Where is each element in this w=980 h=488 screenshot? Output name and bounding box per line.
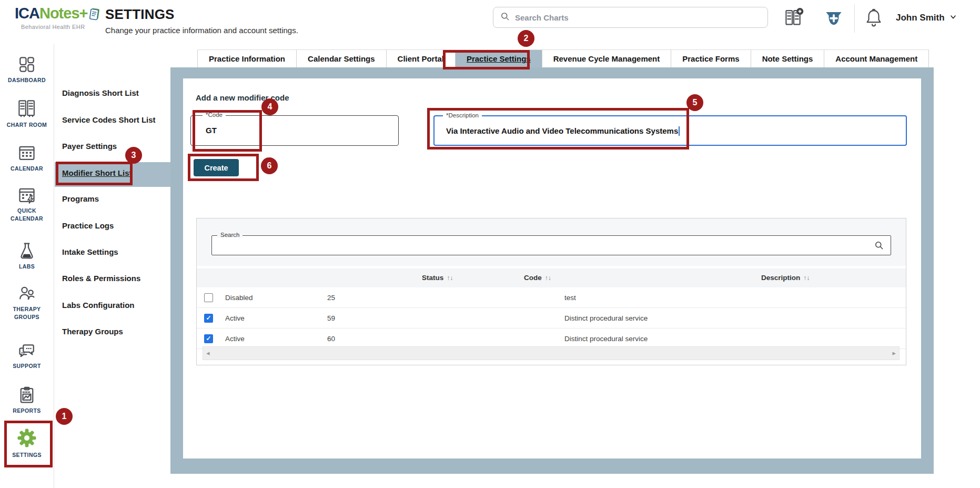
tab-practice-forms[interactable]: Practice Forms (671, 50, 751, 67)
table-search-label: Search (217, 232, 243, 238)
notifications-bell-icon[interactable] (864, 7, 884, 31)
logo-notes: Notes (39, 5, 79, 22)
table-search-input[interactable] (217, 238, 864, 253)
table-search-icon[interactable] (874, 240, 884, 253)
column-header-code[interactable]: Code↑↓ (524, 274, 551, 282)
menu-intake-settings[interactable]: Intake Settings (62, 247, 118, 256)
cell-description: Distinct procedural service (564, 335, 648, 343)
nav-label: CHART ROOM (0, 121, 54, 129)
table-header-row: Status↑↓ Code↑↓ Description↑↓ (197, 268, 906, 287)
cell-code: 25 (327, 294, 335, 302)
description-field-value: Via Interactive Audio and Video Telecomm… (446, 126, 680, 136)
row-checkbox[interactable]: ✓ (204, 314, 213, 323)
scroll-right-icon[interactable]: ▸ (892, 349, 896, 357)
checkmark: ✓ (205, 335, 213, 343)
page-title: SETTINGS (105, 6, 298, 23)
sort-icon[interactable]: ↑↓ (447, 274, 453, 282)
labs-flask-icon (17, 241, 36, 260)
cell-status: Disabled (225, 294, 253, 302)
menu-service-codes-short-list[interactable]: Service Codes Short List (62, 115, 156, 124)
reports-icon (17, 385, 36, 404)
cell-status: Active (225, 335, 245, 343)
description-header-label: Description (761, 274, 800, 282)
code-field-label: *Code (203, 112, 226, 118)
sort-icon[interactable]: ↑↓ (803, 274, 810, 282)
tab-practice-information[interactable]: Practice Information (197, 50, 297, 67)
nav-calendar[interactable]: CALENDAR (0, 143, 54, 173)
nav-settings[interactable]: SETTINGS (0, 427, 54, 459)
settings-menu (54, 44, 170, 488)
search-charts-input[interactable] (515, 13, 761, 22)
chart-room-icon (17, 98, 37, 118)
scroll-left-icon[interactable]: ◂ (206, 349, 210, 357)
nav-label: CALENDAR (0, 215, 54, 223)
nav-label: SUPPORT (0, 362, 54, 370)
tab-account-management[interactable]: Account Management (824, 50, 929, 67)
settings-tabbar: Practice Information Calendar Settings C… (197, 49, 929, 67)
dashboard-icon (17, 55, 36, 74)
quick-calendar-icon (17, 185, 36, 204)
search-charts-box[interactable] (493, 7, 768, 28)
status-header-label: Status (422, 274, 443, 282)
user-menu[interactable]: John Smith (896, 13, 957, 23)
nav-label: REPORTS (0, 407, 54, 415)
cell-code: 60 (327, 335, 335, 343)
nav-label: GROUPS (0, 313, 54, 321)
nav-chart-room[interactable]: CHART ROOM (0, 98, 54, 129)
column-header-status[interactable]: Status↑↓ (422, 274, 453, 282)
sort-icon[interactable]: ↑↓ (545, 274, 551, 282)
nav-labs[interactable]: LABS (0, 241, 54, 271)
tab-practice-settings[interactable]: Practice Settings (456, 50, 542, 67)
nav-reports[interactable]: REPORTS (0, 385, 54, 415)
table-search-field[interactable]: Search (211, 235, 891, 255)
chart-room-add-button[interactable] (784, 7, 804, 31)
cell-description: Distinct procedural service (564, 314, 648, 322)
nav-label: THERAPY (0, 305, 54, 313)
cell-status: Active (225, 314, 245, 322)
nav-support[interactable]: SUPPORT (0, 341, 54, 370)
tab-client-portal[interactable]: Client Portal (387, 50, 456, 67)
user-name: John Smith (896, 13, 945, 23)
menu-roles-permissions[interactable]: Roles & Permissions (62, 274, 140, 283)
text-caret (679, 126, 680, 136)
main-nav-sidebar: DASHBOARD CHART ROOM CALENDAR QUICK CALE… (0, 44, 54, 488)
nav-label: CALENDAR (0, 165, 54, 173)
cell-code: 59 (327, 314, 335, 322)
form-heading: Add a new modifier code (196, 93, 289, 102)
menu-practice-logs[interactable]: Practice Logs (62, 221, 114, 230)
medications-icon[interactable] (824, 7, 844, 31)
menu-programs[interactable]: Programs (62, 194, 99, 203)
icanotes-app: ICANotes+ Behavioral Health EHR SETTINGS… (0, 0, 980, 488)
menu-modifier-short-list[interactable]: Modifier Short List (62, 168, 132, 177)
table-horizontal-scrollbar[interactable]: ◂ ▸ (203, 346, 900, 360)
menu-payer-settings[interactable]: Payer Settings (62, 142, 117, 151)
menu-diagnosis-short-list[interactable]: Diagnosis Short List (62, 88, 139, 97)
row-checkbox[interactable] (204, 293, 213, 302)
nav-dashboard[interactable]: DASHBOARD (0, 55, 54, 84)
nav-therapy-groups[interactable]: THERAPY GROUPS (0, 284, 54, 321)
icanotes-logo[interactable]: ICANotes+ Behavioral Health EHR (15, 5, 115, 30)
page-subtitle: Change your practice information and acc… (105, 26, 298, 35)
description-field[interactable]: *Description Via Interactive Audio and V… (433, 115, 907, 146)
settings-gear-icon (16, 427, 37, 449)
cell-description: test (564, 294, 576, 302)
checkmark: ✓ (205, 314, 213, 322)
menu-labs-configuration[interactable]: Labs Configuration (62, 301, 135, 310)
logo-document-icon (88, 7, 102, 23)
row-checkbox[interactable]: ✓ (204, 334, 213, 343)
therapy-groups-icon (17, 284, 36, 303)
tab-calendar-settings[interactable]: Calendar Settings (297, 50, 387, 67)
tab-revenue-cycle-management[interactable]: Revenue Cycle Management (542, 50, 672, 67)
description-text: Via Interactive Audio and Video Telecomm… (446, 126, 678, 135)
code-field[interactable]: *Code GT (190, 115, 399, 146)
chevron-down-icon (949, 13, 957, 23)
tab-note-settings[interactable]: Note Settings (751, 50, 825, 67)
column-header-description[interactable]: Description↑↓ (761, 274, 810, 282)
menu-therapy-groups[interactable]: Therapy Groups (62, 327, 123, 336)
search-icon (500, 11, 510, 24)
header: ICANotes+ Behavioral Health EHR SETTINGS… (0, 0, 980, 44)
table-row: ✓ Active 59 Distinct procedural service (197, 308, 906, 328)
create-button[interactable]: Create (194, 159, 239, 176)
nav-quick-calendar[interactable]: QUICK CALENDAR (0, 185, 54, 223)
table-row: Disabled 25 test (197, 287, 906, 308)
